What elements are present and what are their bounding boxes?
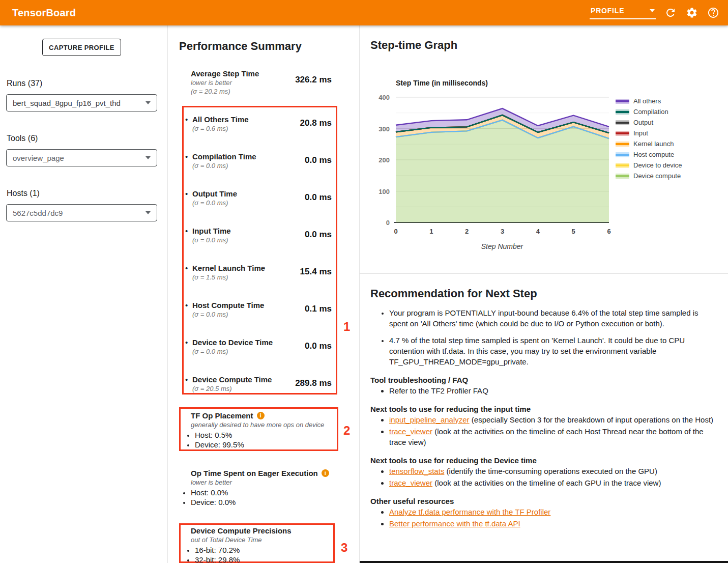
section-list: Analyze tf.data performance with the TF … [370,506,715,529]
settings-button[interactable] [685,6,698,19]
runs-select[interactable]: bert_squad_8gpu_fp16_pvt_thd [6,94,157,111]
svg-text:100: 100 [378,188,390,195]
legend-item: Compilation [616,106,682,117]
metric-row: Output Time (σ = 0.0 ms) 0.0 ms [185,189,332,207]
tool-link[interactable]: trace_viewer [389,427,432,436]
annotation-number-1: 1 [343,320,350,334]
legend-label: Output [633,119,653,126]
section-heading: Other useful resources [370,497,715,505]
list-item: tensorflow_stats (identify the time-cons… [389,466,715,476]
tools-select-value: overview_page [13,154,64,162]
recommendation-card: Recommendation for Next Step Your progra… [360,274,728,563]
main-layout: CAPTURE PROFILE Runs (37) bert_squad_8gp… [0,25,728,563]
hosts-select-value: 5627c5dd7dc9 [13,209,63,217]
metric-value: 0.0 ms [305,341,332,351]
metric-value: 326.2 ms [295,75,332,85]
help-button[interactable] [707,6,720,19]
metric-value: 0.1 ms [305,304,332,314]
metric-row: All Others Time (σ = 0.6 ms) 20.8 ms [185,115,332,133]
legend-label: Compilation [633,108,668,116]
metric-row: Device to Device Time (σ = 0.0 ms) 0.0 m… [185,337,332,356]
eager-execution-list: Host: 0.0% Device: 0.0% [181,488,346,507]
tools-select[interactable]: overview_page [6,149,157,166]
annotation-box-3: Device Compute Precisions out of Total D… [179,523,335,563]
svg-text:300: 300 [378,125,390,133]
block-note: generally desired to have more ops on de… [191,420,332,430]
legend-swatch [616,174,629,179]
legend-item: Device compute [616,171,682,181]
list-item: Host: 0.5% [195,430,332,440]
info-icon[interactable] [322,469,329,477]
tools-label: Tools (6) [7,134,38,143]
refresh-button[interactable] [664,6,677,19]
metric-row: Input Time (σ = 0.0 ms) 0.0 ms [185,226,332,244]
recommendation-title: Recommendation for Next Step [370,287,715,300]
list-item: Host: 0.0% [191,488,346,497]
step-time-graph-card: Step-time Graph 01002003004000123456 Ste… [360,25,728,274]
metric-sigma: (σ = 20.2 ms) [191,87,332,96]
hosts-select[interactable]: 5627c5dd7dc9 [6,204,157,221]
legend-item: Host compute [616,149,682,160]
chevron-down-icon [145,211,151,214]
legend-label: Host compute [633,151,674,158]
capture-profile-button[interactable]: CAPTURE PROFILE [42,39,121,56]
list-item: Better performance with the tf.data API [389,518,715,529]
right-panel: Step-time Graph 01002003004000123456 Ste… [360,25,728,563]
tf-op-placement-title: TF Op Placement [191,411,332,420]
list-item: 4.7 % of the total step time sampled is … [389,335,715,367]
tool-link[interactable]: tensorflow_stats [389,467,444,475]
block-title-text: Device Compute Precisions [191,526,292,536]
eager-execution-title: Op Time Spent on Eager Execution [191,468,346,478]
tool-link[interactable]: input_pipeline_analyzer [389,415,470,424]
gear-icon [686,7,698,19]
block-note: out of Total Device Time [191,536,328,545]
list-item: Analyze tf.data performance with the TF … [389,506,715,517]
annotation-number-2: 2 [343,424,350,438]
list-item-text: (identify the time-consuming operations … [444,467,657,475]
list-item: Device: 0.0% [191,497,346,507]
legend-item: All others [616,96,682,106]
performance-summary-title: Performance Summary [179,40,302,53]
eager-execution-block: Op Time Spent on Eager Execution lower i… [191,468,346,507]
sidebar: CAPTURE PROFILE Runs (37) bert_squad_8gp… [0,25,168,563]
list-item-text: (especially Section 3 for the breakdown … [470,415,713,424]
svg-text:2: 2 [465,228,469,235]
svg-text:200: 200 [378,156,390,164]
section-heading: Tool troubleshooting / FAQ [370,376,715,384]
section-list: tensorflow_stats (identify the time-cons… [370,466,715,488]
list-item: 16-bit: 70.2% [195,545,328,555]
chevron-down-icon [145,101,151,104]
list-item-text: (look at the activities on the timeline … [432,478,661,487]
chart-legend: All others Compilation Output Input Kern… [616,96,682,181]
list-item: input_pipeline_analyzer (especially Sect… [389,414,715,425]
header-controls: PROFILE [590,6,720,19]
legend-swatch [616,163,629,168]
section-heading: Next tools to use for reducing the input… [370,405,715,413]
performance-summary-panel: Performance Summary Average Step Time lo… [168,25,360,563]
help-icon [707,7,719,19]
legend-swatch [616,99,629,104]
hosts-label: Hosts (1) [7,189,40,198]
metric-value: 20.8 ms [300,118,332,128]
legend-item: Kernel launch [616,138,682,149]
metric-value: 289.8 ms [295,378,332,388]
resource-link[interactable]: Analyze tf.data performance with the TF … [389,508,550,516]
recommendation-bullets: Your program is POTENTIALLY input-bound … [370,307,715,367]
svg-text:4: 4 [536,228,540,235]
legend-swatch [616,152,629,157]
dashboard-select-value: PROFILE [591,7,624,15]
metric-row: Compilation Time (σ = 0.0 ms) 0.0 ms [185,152,332,170]
list-item: trace_viewer (look at the activities on … [389,477,715,488]
metric-value: 0.0 ms [305,155,332,165]
list-item: Refer to the TF2 Profiler FAQ [389,385,715,396]
list-item-text: (look at the activities on the timeline … [389,427,704,446]
svg-text:400: 400 [378,94,390,101]
chevron-down-icon [650,9,655,12]
metric-row: Kernel Launch Time (σ = 1.5 ms) 15.4 ms [185,263,332,282]
resource-link[interactable]: Better performance with the tf.data API [389,519,520,528]
info-icon[interactable] [257,412,265,419]
dashboard-select[interactable]: PROFILE [590,7,656,19]
tool-link[interactable]: trace_viewer [389,478,432,487]
block-title-text: TF Op Placement [191,411,253,420]
metric-value: 15.4 ms [300,267,332,277]
